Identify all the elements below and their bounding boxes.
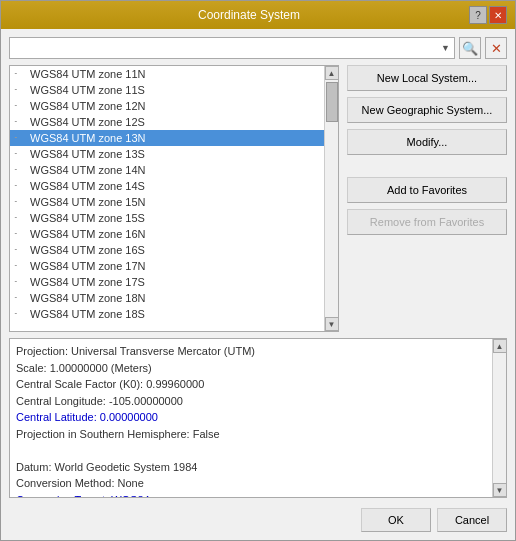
filter-button[interactable]: ✕	[485, 37, 507, 59]
list-item[interactable]: WGS84 UTM zone 15S	[10, 210, 324, 226]
info-line: Conversion Method: None	[16, 475, 486, 492]
list-item[interactable]: WGS84 UTM zone 12S	[10, 114, 324, 130]
list-item[interactable]: WGS84 UTM zone 14N	[10, 162, 324, 178]
list-item[interactable]: WGS84 UTM zone 12N	[10, 98, 324, 114]
close-button[interactable]: ✕	[489, 6, 507, 24]
scroll-down-button[interactable]: ▼	[325, 317, 339, 331]
list-item[interactable]: WGS84 UTM zone 16S	[10, 242, 324, 258]
ok-button[interactable]: OK	[361, 508, 431, 532]
info-line	[16, 442, 486, 459]
dialog-title: Coordinate System	[29, 8, 469, 22]
search-combo[interactable]: ▼	[9, 37, 455, 59]
list-scrollbar[interactable]: ▲ ▼	[324, 66, 338, 331]
list-item[interactable]: WGS84 UTM zone 18S	[10, 306, 324, 322]
filter-icon: ✕	[491, 41, 502, 56]
list-item[interactable]: WGS84 UTM zone 18N	[10, 290, 324, 306]
list-item[interactable]: WGS84 UTM zone 16N	[10, 226, 324, 242]
list-item[interactable]: WGS84 UTM zone 13N	[10, 130, 324, 146]
remove-favorites-button[interactable]: Remove from Favorites	[347, 209, 507, 235]
modify-button[interactable]: Modify...	[347, 129, 507, 155]
list-item[interactable]: WGS84 UTM zone 17S	[10, 274, 324, 290]
coordinate-system-dialog: Coordinate System ? ✕ ▼ 🔍 ✕	[0, 0, 516, 541]
info-line: Central Latitude: 0.00000000	[16, 409, 486, 426]
info-scroll-down-button[interactable]: ▼	[493, 483, 507, 497]
info-line: Scale: 1.00000000 (Meters)	[16, 360, 486, 377]
new-local-button[interactable]: New Local System...	[347, 65, 507, 91]
window-content: ▼ 🔍 ✕ WGS84 UTM zone 11NWGS84 UTM zone 1…	[1, 29, 515, 540]
info-panel: Projection: Universal Transverse Mercato…	[9, 338, 507, 498]
title-bar: Coordinate System ? ✕	[1, 1, 515, 29]
info-line: Conversion Target: WGS84	[16, 492, 486, 498]
info-line: Datum: World Geodetic System 1984	[16, 459, 486, 476]
cancel-button[interactable]: Cancel	[437, 508, 507, 532]
search-icon: 🔍	[462, 41, 478, 56]
info-scroll-up-button[interactable]: ▲	[493, 339, 507, 353]
main-row: WGS84 UTM zone 11NWGS84 UTM zone 11SWGS8…	[9, 65, 507, 332]
new-geographic-button[interactable]: New Geographic System...	[347, 97, 507, 123]
info-line: Central Longitude: -105.00000000	[16, 393, 486, 410]
buttons-panel: New Local System... New Geographic Syste…	[347, 65, 507, 332]
search-button[interactable]: 🔍	[459, 37, 481, 59]
button-spacer	[347, 161, 507, 171]
info-line: Central Scale Factor (K0): 0.99960000	[16, 376, 486, 393]
list-item[interactable]: WGS84 UTM zone 14S	[10, 178, 324, 194]
list-item[interactable]: WGS84 UTM zone 17N	[10, 258, 324, 274]
combo-arrow-icon: ▼	[441, 43, 450, 53]
search-row: ▼ 🔍 ✕	[9, 37, 507, 59]
info-scrollbar[interactable]: ▲ ▼	[492, 339, 506, 497]
list-item[interactable]: WGS84 UTM zone 13S	[10, 146, 324, 162]
help-button[interactable]: ?	[469, 6, 487, 24]
list-panel: WGS84 UTM zone 11NWGS84 UTM zone 11SWGS8…	[9, 65, 339, 332]
scroll-thumb[interactable]	[326, 82, 338, 122]
window-controls: ? ✕	[469, 6, 507, 24]
info-text: Projection: Universal Transverse Mercato…	[10, 339, 492, 497]
coordinate-list[interactable]: WGS84 UTM zone 11NWGS84 UTM zone 11SWGS8…	[10, 66, 324, 331]
list-item[interactable]: WGS84 UTM zone 15N	[10, 194, 324, 210]
combo-value	[14, 42, 17, 54]
info-line: Projection: Universal Transverse Mercato…	[16, 343, 486, 360]
list-item[interactable]: WGS84 UTM zone 11S	[10, 82, 324, 98]
scroll-up-button[interactable]: ▲	[325, 66, 339, 80]
add-favorites-button[interactable]: Add to Favorites	[347, 177, 507, 203]
footer-buttons: OK Cancel	[9, 504, 507, 532]
list-item[interactable]: WGS84 UTM zone 11N	[10, 66, 324, 82]
info-line: Projection in Southern Hemisphere: False	[16, 426, 486, 443]
